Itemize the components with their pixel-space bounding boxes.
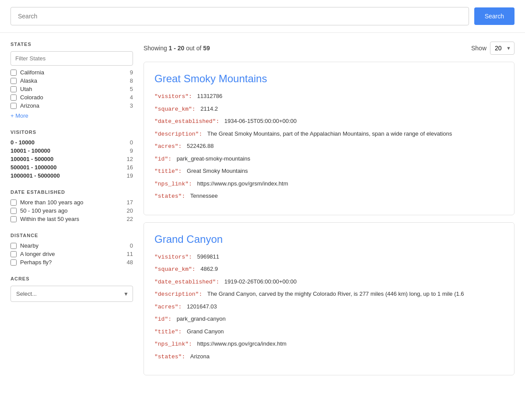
field-key: "title":: [154, 167, 182, 176]
field-key: "id":: [154, 155, 172, 164]
states-list: California 9 Alaska 8 Utah 5 Colorado 4 …: [10, 69, 133, 109]
list-item: 100001 - 500000 12: [10, 156, 133, 162]
state-checkbox[interactable]: [10, 103, 17, 109]
state-count: 5: [130, 86, 133, 92]
park-field: "date_established": 1934-06-15T05:00:00+…: [154, 117, 504, 126]
date-checkbox[interactable]: [10, 200, 17, 206]
acres-select[interactable]: Select...0 - 100000100001 - 500000500001…: [10, 286, 133, 302]
content-area: Showing 1 - 20 out of 59 Show 102050 ▼ G…: [144, 42, 514, 382]
distance-checkbox[interactable]: [10, 259, 17, 266]
field-key: "states":: [154, 192, 185, 201]
distance-list: Nearby 0 A longer drive 11 Perhaps fly? …: [10, 242, 133, 266]
state-label: Alaska: [20, 77, 37, 84]
checkbox-row-left: Alaska: [10, 77, 37, 84]
date-label: More than 100 years ago: [20, 199, 84, 206]
distance-filter-section: DISTANCE Nearby 0 A longer drive 11 Perh…: [10, 233, 133, 266]
park-card: Grand Canyon "visitors": 5969811 "square…: [144, 222, 514, 376]
visitors-list: 0 - 10000 0 10001 - 100000 9 100001 - 50…: [10, 139, 133, 179]
list-item: Within the last 50 years 22: [10, 216, 133, 222]
field-key: "title":: [154, 328, 182, 336]
park-field: "visitors": 5969811: [154, 252, 504, 262]
date-label: 50 - 100 years ago: [20, 207, 67, 214]
park-title[interactable]: Great Smoky Mountains: [154, 73, 504, 85]
state-checkbox[interactable]: [10, 86, 17, 92]
field-key: "nps_link":: [154, 180, 192, 189]
park-field: "visitors": 11312786: [154, 92, 504, 101]
field-value: 2114.2: [200, 105, 218, 113]
search-button[interactable]: Search: [474, 7, 514, 25]
field-value: 1919-02-26T06:00:00+00:00: [224, 277, 297, 286]
search-input[interactable]: [10, 7, 469, 25]
distance-checkbox[interactable]: [10, 243, 17, 249]
date-checkbox[interactable]: [10, 216, 17, 222]
list-item: A longer drive 11: [10, 251, 133, 257]
distance-count: 11: [127, 251, 133, 257]
list-item: 10001 - 100000 9: [10, 147, 133, 154]
acres-filter-section: ACRES Select...0 - 100000100001 - 500000…: [10, 276, 133, 302]
list-item: 1000001 - 5000000 19: [10, 172, 133, 179]
date-count: 22: [127, 216, 133, 222]
state-label: Colorado: [20, 94, 43, 101]
state-checkbox[interactable]: [10, 94, 17, 101]
field-separator: [187, 352, 189, 361]
field-value: park_great-smoky-mountains: [177, 154, 250, 163]
field-value: The Great Smoky Mountains, part of the A…: [207, 130, 452, 138]
park-field: "description": The Great Smoky Mountains…: [154, 130, 504, 139]
distance-checkbox[interactable]: [10, 251, 17, 257]
field-key: "date_established":: [154, 278, 219, 287]
field-key: "states":: [154, 353, 185, 361]
field-value: park_grand-canyon: [177, 315, 226, 323]
field-separator: [173, 315, 175, 323]
field-separator: [194, 92, 196, 101]
field-value: Great Smoky Mountains: [187, 167, 248, 175]
park-field: "states": Arizona: [154, 352, 504, 361]
field-key: "square_km":: [154, 265, 196, 274]
parks-list: Great Smoky Mountains "visitors": 113127…: [144, 62, 514, 375]
field-key: "visitors":: [154, 92, 192, 101]
state-checkbox[interactable]: [10, 78, 17, 84]
acres-section-title: ACRES: [10, 276, 133, 281]
field-separator: [221, 277, 223, 286]
state-checkbox[interactable]: [10, 70, 17, 76]
date-checkbox[interactable]: [10, 208, 17, 214]
checkbox-row-left: More than 100 years ago: [10, 199, 84, 206]
field-separator: [183, 167, 185, 175]
field-value: 4862.9: [200, 265, 218, 273]
field-key: "date_established":: [154, 117, 219, 126]
list-item: California 9: [10, 69, 133, 76]
state-label: California: [20, 69, 44, 76]
states-section-title: STATES: [10, 42, 133, 47]
field-separator: [204, 290, 206, 298]
date-label: Within the last 50 years: [20, 216, 79, 222]
park-field: "square_km": 2114.2: [154, 105, 504, 114]
park-field: "square_km": 4862.9: [154, 265, 504, 274]
field-separator: [183, 327, 185, 336]
show-select[interactable]: 102050: [490, 42, 514, 55]
park-field: "acres": 1201647.03: [154, 302, 504, 312]
park-field: "description": The Grand Canyon, carved …: [154, 290, 504, 299]
checkbox-row-left: Arizona: [10, 102, 39, 109]
visitor-range-label: 1000001 - 5000000: [10, 172, 60, 179]
field-separator: [194, 179, 196, 188]
showing-label: Showing: [144, 45, 167, 52]
park-title[interactable]: Grand Canyon: [154, 233, 504, 245]
visitor-count: 16: [127, 164, 133, 171]
list-item: More than 100 years ago 17: [10, 199, 133, 206]
results-count: Showing 1 - 20 out of 59: [144, 45, 210, 52]
field-value: 11312786: [197, 92, 222, 101]
field-key: "acres":: [154, 142, 182, 151]
visitor-count: 12: [127, 156, 133, 162]
park-field: "nps_link": https://www.nps.gov/grca/ind…: [154, 340, 504, 349]
distance-label: Nearby: [20, 242, 38, 249]
filter-states-input[interactable]: [10, 51, 133, 66]
field-separator: [173, 154, 175, 163]
park-field: "title": Grand Canyon: [154, 327, 504, 336]
field-key: "acres":: [154, 303, 182, 312]
results-total: 59: [203, 45, 210, 52]
visitors-filter-section: VISITORS 0 - 10000 0 10001 - 100000 9 10…: [10, 130, 133, 179]
more-link[interactable]: + More: [10, 112, 28, 119]
main-layout: STATES California 9 Alaska 8 Utah 5 Colo…: [0, 33, 525, 391]
field-value: https://www.nps.gov/grsm/index.htm: [197, 179, 288, 188]
checkbox-row-left: Utah: [10, 86, 32, 92]
distance-count: 0: [130, 242, 133, 249]
